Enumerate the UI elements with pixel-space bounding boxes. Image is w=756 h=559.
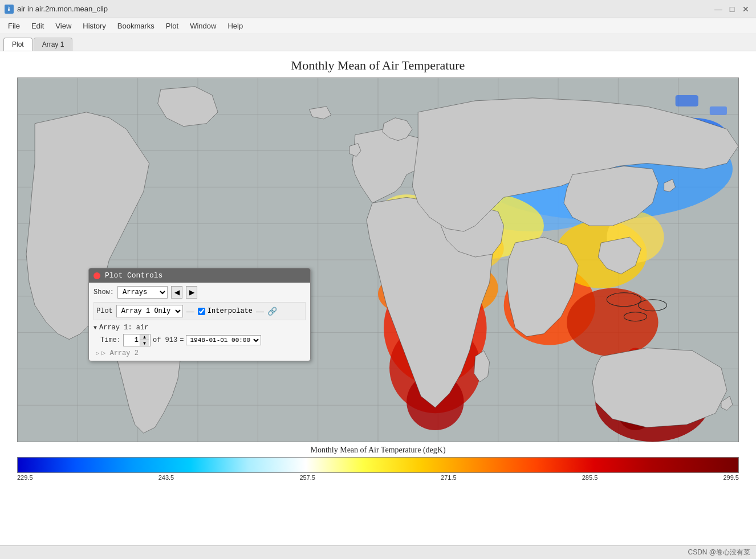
colorbar-gradient: [17, 457, 739, 473]
menu-edit[interactable]: Edit: [26, 19, 50, 32]
array2-row: ▷ ▷ Array 2: [96, 349, 306, 357]
array1-triangle: ▼: [94, 325, 97, 331]
svg-point-30: [567, 288, 659, 357]
colorbar-container: Monthly Mean of Air Temperature (degK) 2…: [17, 442, 739, 482]
equals-sign: =: [180, 336, 184, 344]
link-icon[interactable]: 🔗: [267, 307, 277, 316]
dash-sep-2: —: [256, 307, 264, 316]
plot-controls-panel: Plot Controls Show: Arrays Grid Contours…: [88, 268, 311, 361]
colorbar-label-5: 299.5: [723, 474, 739, 481]
time-label: Time:: [100, 336, 121, 344]
spin-up[interactable]: ▲: [140, 334, 149, 340]
dash-sep-1: —: [186, 307, 194, 316]
menu-bar: File Edit View History Bookmarks Plot Wi…: [0, 18, 756, 34]
map-svg: [18, 78, 738, 442]
window-title: air in air.2m.mon.mean_clip: [17, 5, 713, 13]
time-spinbox: ▲ ▼: [123, 334, 151, 346]
time-total: of 913: [153, 336, 177, 344]
spin-down[interactable]: ▼: [140, 340, 149, 346]
array1-header: ▼ Array 1: air: [94, 324, 306, 332]
show-select[interactable]: Arrays Grid Contours: [117, 286, 168, 299]
spin-buttons: ▲ ▼: [140, 334, 149, 346]
menu-view[interactable]: View: [50, 19, 77, 32]
status-bar: CSDN @卷心没有菜: [0, 545, 756, 559]
menu-history[interactable]: History: [77, 19, 111, 32]
tab-array1[interactable]: Array 1: [34, 38, 73, 51]
colorbar-label-0: 229.5: [17, 474, 33, 481]
chart-title: Monthly Mean of Air Temperature: [0, 51, 756, 77]
plot-controls-body: Show: Arrays Grid Contours ◀ ▶ Plot Arra…: [89, 283, 310, 361]
minimize-button[interactable]: —: [713, 3, 724, 15]
interpolate-checkbox[interactable]: [198, 308, 205, 315]
colorbar-label-2: 257.5: [299, 474, 315, 481]
array2-triangle: ▷: [96, 350, 99, 357]
array1-section: ▼ Array 1: air Time: ▲ ▼ of 913 =: [94, 324, 306, 346]
menu-file[interactable]: File: [2, 19, 26, 32]
status-text: CSDN @卷心没有菜: [688, 548, 750, 557]
show-label: Show:: [94, 288, 114, 296]
window-controls: — □ ✕: [713, 3, 751, 15]
prev-array-button[interactable]: ◀: [171, 286, 182, 299]
menu-help[interactable]: Help: [222, 19, 249, 32]
title-bar: 🌡 air in air.2m.mon.mean_clip — □ ✕: [0, 0, 756, 18]
maximize-button[interactable]: □: [726, 3, 738, 15]
time-input[interactable]: [124, 336, 140, 345]
header-dot: [94, 272, 100, 279]
array1-label: Array 1: air: [99, 324, 148, 332]
interpolate-text: Interpolate: [208, 307, 253, 315]
colorbar-labels: 229.5 243.5 257.5 271.5 285.5 299.5: [17, 473, 739, 482]
close-button[interactable]: ✕: [740, 3, 751, 15]
plot-label: Plot: [96, 307, 113, 315]
map-container: [17, 77, 739, 442]
menu-bookmarks[interactable]: Bookmarks: [112, 19, 160, 32]
tab-bar: Plot Array 1: [0, 34, 756, 51]
next-array-button[interactable]: ▶: [186, 286, 197, 299]
colorbar-label-1: 243.5: [158, 474, 174, 481]
colorbar-label-4: 285.5: [582, 474, 598, 481]
show-row: Show: Arrays Grid Contours ◀ ▶: [94, 286, 306, 299]
plot-row: Plot Array 1 Only Array 2 Only Both — In…: [94, 302, 306, 320]
plot-controls-title: Plot Controls: [105, 271, 162, 280]
time-row: Time: ▲ ▼ of 913 = 1948-01-01 00:00: [100, 334, 306, 346]
svg-rect-40: [676, 95, 698, 107]
menu-plot[interactable]: Plot: [160, 19, 184, 32]
interpolate-label: Interpolate: [198, 307, 253, 315]
plot-array-select[interactable]: Array 1 Only Array 2 Only Both: [116, 305, 183, 317]
tab-plot[interactable]: Plot: [3, 38, 32, 51]
app-icon: 🌡: [5, 5, 14, 14]
menu-window[interactable]: Window: [184, 19, 222, 32]
array2-label: ▷ Array 2: [101, 349, 139, 357]
colorbar-label-3: 271.5: [441, 474, 457, 481]
plot-controls-header: Plot Controls: [89, 268, 310, 283]
main-content: Monthly Mean of Air Temperature: [0, 51, 756, 559]
colorbar-title: Monthly Mean of Air Temperature (degK): [17, 446, 739, 455]
time-date-select[interactable]: 1948-01-01 00:00: [186, 335, 261, 345]
svg-rect-41: [710, 107, 727, 115]
